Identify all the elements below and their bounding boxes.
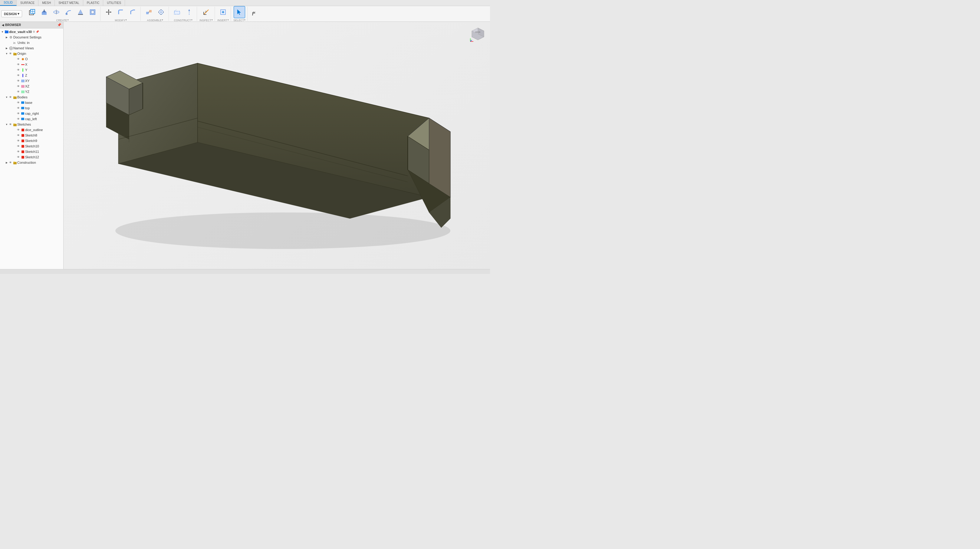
origin-z-eye[interactable]: 👁 <box>16 73 20 77</box>
origin-yz-eye[interactable]: 👁 <box>16 90 20 94</box>
construct-dropdown-arrow[interactable]: ▾ <box>191 19 192 21</box>
inspect-icon1: D <box>203 9 210 16</box>
tree-construction[interactable]: ▶ 👁 Construction <box>0 160 63 165</box>
body-cap-right-eye[interactable]: 👁 <box>16 112 20 115</box>
construction-folder-icon <box>13 161 17 165</box>
origin-o-eye[interactable]: 👁 <box>16 57 20 61</box>
tree-body-top[interactable]: ▶ 👁 top <box>0 105 63 111</box>
assemble-dropdown-arrow[interactable]: ▾ <box>162 19 163 21</box>
tab-mesh[interactable]: MESH <box>38 0 55 6</box>
browser-header: ◀ BROWSER 📌 <box>0 22 63 29</box>
tree-origin-xz[interactable]: ▶ 👁 XZ <box>0 84 63 89</box>
inspect-btn1[interactable]: D <box>200 6 212 18</box>
browser-pin-button[interactable]: 📌 <box>57 23 61 27</box>
tree-body-cap-left[interactable]: ▶ 👁 cap_left <box>0 116 63 122</box>
extrude-button[interactable] <box>38 6 50 18</box>
tree-origin-xy[interactable]: ▶ 👁 XY <box>0 78 63 84</box>
sketch-dice-eye[interactable]: 👁 <box>16 128 20 132</box>
tree-sketch-dice-outline[interactable]: ▶ 👁 dice_outline <box>0 127 63 132</box>
select-dropdown-arrow[interactable]: ▾ <box>244 19 245 21</box>
move-button[interactable] <box>103 6 115 18</box>
tab-sheet-metal[interactable]: SHEET METAL <box>55 0 83 6</box>
sketch10-eye[interactable]: 👁 <box>16 144 20 148</box>
insert-label-group: INSERT ▾ <box>217 18 229 22</box>
assemble-btn1[interactable] <box>143 6 155 18</box>
tree-sketch9[interactable]: ▶ 👁 Sketch9 <box>0 138 63 143</box>
svg-point-24 <box>160 11 162 13</box>
3d-model <box>64 22 490 269</box>
construct-btn2[interactable] <box>183 6 195 18</box>
body-cap-left-eye[interactable]: 👁 <box>16 117 20 121</box>
sweep-button[interactable] <box>63 6 74 18</box>
tree-origin-x[interactable]: ▶ 👁 X <box>0 62 63 67</box>
insert-dropdown-arrow[interactable]: ▾ <box>228 19 229 21</box>
design-mode-button[interactable]: DESIGN ▾ <box>1 10 22 17</box>
tree-sketch8[interactable]: ▶ 👁 Sketch8 <box>0 132 63 138</box>
sketches-eye[interactable]: 👁 <box>8 123 12 126</box>
tree-origin-y[interactable]: ▶ 👁 Y <box>0 67 63 73</box>
origin-xz-eye[interactable]: 👁 <box>16 84 20 88</box>
tab-surface[interactable]: SURFACE <box>17 0 38 6</box>
bodies-toggle[interactable]: ▼ <box>5 95 8 99</box>
tree-body-cap-right[interactable]: ▶ 👁 cap_right <box>0 111 63 116</box>
view-cube[interactable]: BACK <box>469 25 487 43</box>
named-views-toggle[interactable]: ▶ <box>5 46 8 50</box>
doc-settings-toggle[interactable]: ▶ <box>5 35 8 39</box>
sketch12-eye[interactable]: 👁 <box>16 155 20 159</box>
body-base-eye[interactable]: 👁 <box>16 101 20 104</box>
tree-root[interactable]: ▼ dice_vault v30 ⚙ 📌 <box>0 29 63 35</box>
new-component-button[interactable] <box>26 6 38 18</box>
modify-dropdown-arrow[interactable]: ▾ <box>126 19 127 21</box>
tree-sketch10[interactable]: ▶ 👁 Sketch10 <box>0 143 63 149</box>
tab-solid[interactable]: SOLID <box>0 0 17 6</box>
sketch8-eye[interactable]: 👁 <box>16 134 20 137</box>
svg-rect-50 <box>22 68 23 72</box>
origin-xy-eye[interactable]: 👁 <box>16 79 20 83</box>
tree-body-base[interactable]: ▶ 👁 base <box>0 100 63 105</box>
assemble-btn2[interactable] <box>155 6 167 18</box>
tree-units[interactable]: ▶ in Units: in <box>0 40 63 45</box>
create-dropdown-arrow[interactable]: ▾ <box>67 19 69 21</box>
sketch11-eye[interactable]: 👁 <box>16 150 20 153</box>
root-toggle[interactable]: ▼ <box>1 30 4 33</box>
shell-button[interactable] <box>87 6 99 18</box>
origin-y-icon <box>21 68 25 72</box>
body-top-eye[interactable]: 👁 <box>16 106 20 110</box>
construct-btn1[interactable] <box>171 6 183 18</box>
origin-y-eye[interactable]: 👁 <box>16 68 20 72</box>
origin-toggle[interactable]: ▼ <box>5 52 8 56</box>
tree-bodies[interactable]: ▼ 👁 Bodies <box>0 94 63 100</box>
select-btn1[interactable] <box>234 6 245 18</box>
tree-sketch12[interactable]: ▶ 👁 Sketch12 <box>0 154 63 160</box>
construction-eye[interactable]: 👁 <box>8 161 12 164</box>
inspect-dropdown-arrow[interactable]: ▾ <box>212 19 213 21</box>
tree-origin-z[interactable]: ▶ 👁 Z <box>0 73 63 78</box>
construction-toggle[interactable]: ▶ <box>5 161 8 164</box>
viewport[interactable]: BACK <box>64 22 490 269</box>
origin-x-eye[interactable]: 👁 <box>16 63 20 66</box>
named-views-label: Named Views <box>13 46 34 50</box>
tree-origin[interactable]: ▼ 👁 Origin <box>0 51 63 56</box>
inspect-label: INSPECT <box>199 19 211 22</box>
tree-origin-o[interactable]: ▶ 👁 O <box>0 56 63 62</box>
tree-doc-settings[interactable]: ▶ ⚙ Document Settings <box>0 35 63 40</box>
revolve-button[interactable] <box>51 6 62 18</box>
loft-button[interactable] <box>75 6 86 18</box>
fx-button[interactable]: fx <box>250 10 258 18</box>
sketch9-eye[interactable]: 👁 <box>16 139 20 143</box>
tree-sketch11[interactable]: ▶ 👁 Sketch11 <box>0 149 63 154</box>
select-section: SELECT ▾ <box>232 7 248 21</box>
origin-eye[interactable]: 👁 <box>8 52 12 56</box>
tab-utilities[interactable]: UTILITIES <box>103 0 125 6</box>
fillet-button[interactable] <box>115 6 127 18</box>
origin-yz-icon <box>21 89 25 94</box>
tree-named-views[interactable]: ▶ Named Views <box>0 45 63 51</box>
chamfer-button[interactable] <box>127 6 138 18</box>
bodies-eye[interactable]: 👁 <box>8 95 12 99</box>
tree-sketches[interactable]: ▼ 👁 Sketches <box>0 122 63 127</box>
insert-btn1[interactable] <box>217 6 229 18</box>
tab-plastic[interactable]: PLASTIC <box>83 0 103 6</box>
sketches-toggle[interactable]: ▼ <box>5 123 8 126</box>
browser-collapse-icon[interactable]: ◀ <box>2 24 4 27</box>
tree-origin-yz[interactable]: ▶ 👁 YZ <box>0 89 63 94</box>
